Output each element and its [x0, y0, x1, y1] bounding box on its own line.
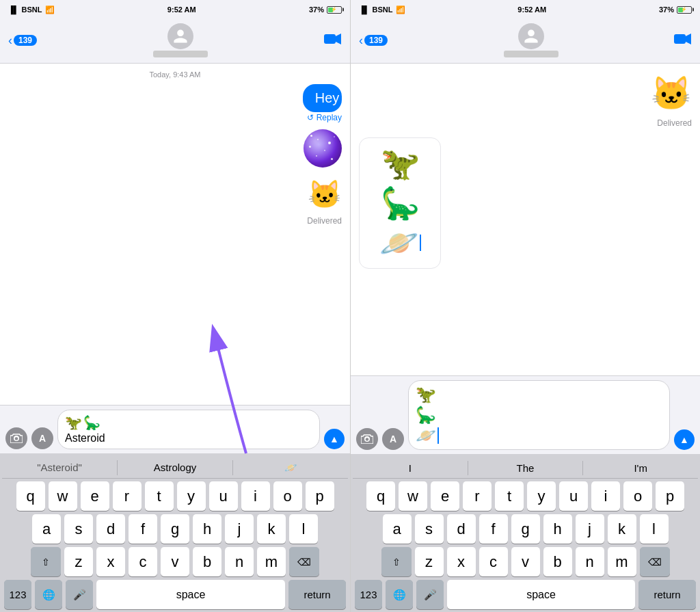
key-a-left[interactable]: a	[32, 514, 61, 544]
replay-link[interactable]: ↺ Replay	[307, 113, 342, 122]
key-u-left[interactable]: u	[209, 481, 238, 511]
autocomplete-the[interactable]: The	[468, 461, 584, 475]
video-button-right[interactable]	[674, 33, 692, 49]
compose-box-left[interactable]: 🦖 🦕 Asteroid	[57, 410, 320, 449]
battery-percent-right: 37%	[659, 5, 674, 14]
key-q-left[interactable]: q	[16, 481, 45, 511]
nav-center-left[interactable]	[153, 23, 208, 57]
key-u-right[interactable]: u	[559, 481, 588, 511]
key-j-right[interactable]: j	[576, 514, 604, 544]
key-h-left[interactable]: h	[193, 514, 221, 544]
key-k-left[interactable]: k	[257, 514, 286, 544]
key-t-right[interactable]: t	[495, 481, 524, 511]
key-m-right[interactable]: m	[608, 547, 636, 576]
key-y-left[interactable]: y	[177, 481, 206, 511]
key-o-left[interactable]: o	[273, 481, 302, 511]
chat-messages-left: Hey ↺ Replay 🐱 Delivered	[0, 84, 350, 405]
video-button-left[interactable]	[324, 33, 342, 49]
back-button-left[interactable]: ‹ 139	[8, 34, 37, 48]
compose-box-right[interactable]: 🦖 🦕 🪐	[408, 380, 670, 450]
key-globe-right[interactable]: 🌐	[386, 580, 413, 609]
key-d-right[interactable]: d	[447, 514, 476, 544]
key-k-right[interactable]: k	[608, 514, 636, 544]
svg-rect-0	[324, 34, 336, 44]
key-h-right[interactable]: h	[543, 514, 572, 544]
key-n-right[interactable]: n	[576, 547, 604, 576]
key-n-left[interactable]: n	[225, 547, 254, 576]
back-button-right[interactable]: ‹ 139	[359, 34, 388, 48]
key-shift-right[interactable]: ⇧	[381, 547, 412, 576]
cursor-compose	[438, 427, 439, 444]
key-x-left[interactable]: x	[96, 547, 125, 576]
key-d-left[interactable]: d	[96, 514, 125, 544]
autocomplete-i[interactable]: I	[353, 461, 468, 475]
key-delete-left[interactable]: ⌫	[289, 547, 319, 576]
key-r-left[interactable]: r	[113, 481, 142, 511]
key-m-left[interactable]: m	[257, 547, 286, 576]
key-t-left[interactable]: t	[145, 481, 174, 511]
key-e-left[interactable]: e	[81, 481, 109, 511]
autocomplete-planet[interactable]: 🪐	[233, 460, 348, 475]
key-v-left[interactable]: v	[161, 547, 189, 576]
key-b-right[interactable]: b	[543, 547, 572, 576]
autocomplete-astrology[interactable]: Astrology	[118, 460, 233, 475]
key-z-right[interactable]: z	[415, 547, 444, 576]
key-f-left[interactable]: f	[129, 514, 157, 544]
camera-button-right[interactable]	[356, 428, 378, 450]
key-mic-right[interactable]: 🎤	[416, 580, 444, 609]
nav-center-right[interactable]	[504, 23, 558, 57]
key-rows-right: q w e r t y u i o p a s d f g h j k l	[353, 481, 698, 576]
key-return-left[interactable]: return	[288, 580, 346, 609]
autocomplete-im[interactable]: I'm	[583, 461, 698, 475]
back-badge-left[interactable]: 139	[14, 35, 37, 46]
key-space-left[interactable]: space	[96, 580, 285, 609]
wifi-icon: 📶	[45, 5, 55, 14]
key-g-right[interactable]: g	[511, 514, 540, 544]
apps-button-left[interactable]: A	[31, 427, 53, 449]
key-b-left[interactable]: b	[193, 547, 221, 576]
key-s-left[interactable]: s	[64, 514, 93, 544]
key-l-right[interactable]: l	[640, 514, 669, 544]
key-e-right[interactable]: e	[431, 481, 459, 511]
key-c-right[interactable]: c	[479, 547, 508, 576]
key-a-right[interactable]: a	[383, 514, 412, 544]
key-s-right[interactable]: s	[415, 514, 444, 544]
key-numbers-right[interactable]: 123	[355, 580, 382, 609]
key-x-right[interactable]: x	[447, 547, 476, 576]
key-c-left[interactable]: c	[129, 547, 157, 576]
compose-emoji-r2: 🦕	[416, 405, 662, 425]
key-return-right[interactable]: return	[638, 580, 696, 609]
key-i-right[interactable]: i	[591, 481, 620, 511]
back-badge-right[interactable]: 139	[364, 35, 388, 46]
send-button-right[interactable]: ▲	[674, 429, 695, 450]
key-l-left[interactable]: l	[289, 514, 318, 544]
compose-text-left[interactable]: Asteroid	[65, 432, 312, 444]
key-g-left[interactable]: g	[161, 514, 189, 544]
key-y-right[interactable]: y	[527, 481, 556, 511]
key-shift-left[interactable]: ⇧	[31, 547, 61, 576]
key-delete-right[interactable]: ⌫	[640, 547, 670, 576]
key-p-left[interactable]: p	[306, 481, 334, 511]
key-w-left[interactable]: w	[49, 481, 77, 511]
send-button-left[interactable]: ▲	[324, 429, 345, 449]
key-mic-left[interactable]: 🎤	[66, 580, 93, 609]
key-r-right[interactable]: r	[463, 481, 492, 511]
key-globe-left[interactable]: 🌐	[35, 580, 62, 609]
key-z-left[interactable]: z	[64, 547, 93, 576]
key-j-left[interactable]: j	[225, 514, 254, 544]
chat-area-right: 🐱 Delivered 🦖 🦕 🪐	[351, 64, 700, 375]
key-numbers-left[interactable]: 123	[4, 580, 31, 609]
key-p-right[interactable]: p	[656, 481, 684, 511]
status-right-left: 37% ⚡	[309, 5, 342, 14]
apps-button-right[interactable]: A	[382, 428, 404, 450]
camera-button-left[interactable]	[5, 427, 27, 449]
key-f-right[interactable]: f	[479, 514, 508, 544]
autocomplete-asteroid[interactable]: "Asteroid"	[2, 460, 118, 475]
key-v-right[interactable]: v	[511, 547, 540, 576]
key-q-right[interactable]: q	[366, 481, 395, 511]
key-o-right[interactable]: o	[623, 481, 652, 511]
key-w-right[interactable]: w	[399, 481, 427, 511]
time-left: 9:52 AM	[167, 5, 196, 14]
key-i-left[interactable]: i	[241, 481, 270, 511]
key-space-right[interactable]: space	[447, 580, 635, 609]
